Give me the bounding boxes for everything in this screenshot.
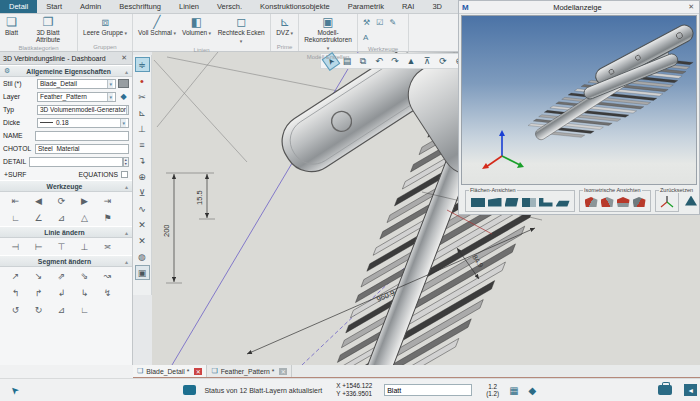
join-bottom-icon[interactable]: ⊥ — [73, 239, 96, 254]
equations-checkbox[interactable] — [121, 171, 128, 178]
join-top-icon[interactable]: ⊤ — [50, 239, 73, 254]
tab-detail[interactable]: Detail — [0, 0, 37, 13]
curve-tool-icon[interactable]: ∿ — [135, 201, 150, 216]
stretch-icon[interactable]: ≍ — [96, 239, 119, 254]
tool-a-button[interactable]: ⚒ — [361, 15, 372, 30]
seg-corner1-icon[interactable]: ↰ — [4, 285, 27, 300]
close-icon[interactable]: ✕ — [686, 3, 696, 11]
list-tool-icon[interactable]: ≡ — [135, 137, 150, 152]
tab-parametrik[interactable]: Parametrik — [339, 0, 393, 13]
cursor-mode-icon[interactable]: ➤ — [7, 383, 21, 397]
leere-gruppe-button[interactable]: ⧈Leere Gruppe — [81, 15, 129, 38]
delta-dim-icon[interactable]: △ — [73, 210, 96, 225]
tab-konstruktionsobjekte[interactable]: Konstruktionsobjekte — [251, 0, 339, 13]
dvz-button[interactable]: ⊾DVZ — [274, 15, 295, 38]
seg-corner4-icon[interactable]: ↳ — [73, 285, 96, 300]
seg-rotate-ccw-icon[interactable]: ↺ — [4, 302, 27, 317]
workspace-lock-icon[interactable] — [658, 385, 672, 395]
circle-center-tool-icon[interactable]: ⊕ — [135, 169, 150, 184]
face-view-front-button[interactable] — [471, 198, 485, 207]
seg-slope-icon[interactable]: ⊿ — [50, 302, 73, 317]
tab-3d[interactable]: 3D — [423, 0, 451, 13]
modell-rekonstruktoren-button[interactable]: ▣Modell-Rekonstruktoren — [302, 15, 354, 53]
section-linie-aendern[interactable]: Linie ändern▴ — [0, 226, 132, 238]
face-view-right-button[interactable] — [522, 198, 536, 207]
tab-linien[interactable]: Linien — [170, 0, 208, 13]
seg-rotate-cw-icon[interactable]: ↻ — [27, 302, 50, 317]
view-up-icon[interactable]: ▲ — [404, 55, 418, 68]
trim-left-icon[interactable]: ⊣ — [4, 239, 27, 254]
extra-view-button[interactable] — [685, 196, 697, 206]
flag-point-icon[interactable]: ⚑ — [96, 210, 119, 225]
close-tab-icon[interactable]: ✕ — [194, 368, 202, 375]
tool-d-button[interactable]: A — [361, 30, 370, 45]
voll-schmal-button[interactable]: ╱Voll Schmal — [136, 15, 178, 38]
camera-tool-icon[interactable]: ▣ — [135, 265, 150, 280]
style-color-swatch[interactable] — [118, 79, 129, 88]
tab-beschriftung[interactable]: Beschriftung — [110, 0, 170, 13]
layer-select[interactable]: Feather_Pattern▾ — [37, 92, 116, 102]
tab-rai[interactable]: RAI — [393, 0, 424, 13]
sheet-name-field[interactable] — [384, 384, 472, 396]
delete-tool-icon[interactable]: ✕ — [135, 217, 150, 232]
model-mode-icon[interactable]: ◆ — [529, 385, 537, 396]
erase-tool-icon[interactable]: ✕ — [135, 233, 150, 248]
perpendicular-tool-icon[interactable]: ⊥ — [135, 121, 150, 136]
go-first-icon[interactable]: ⇤ — [4, 193, 27, 208]
dimension-tool-icon[interactable]: ≑ — [135, 57, 150, 72]
typ-select[interactable]: 3D Volumenmodell-Generator▾ — [37, 105, 129, 115]
angle-icon[interactable]: ∠ — [27, 210, 50, 225]
section-general-properties[interactable]: ⚙ Allgemeine Eigenschaften ▴ — [0, 65, 132, 77]
seg-up-icon[interactable]: ↗ — [4, 268, 27, 283]
iso-view-4-button[interactable] — [633, 197, 646, 207]
blatt-button[interactable]: ❏Blatt — [3, 15, 20, 37]
face-view-bottom-button[interactable] — [556, 198, 570, 207]
seg-corner2-icon[interactable]: ↱ — [27, 285, 50, 300]
volumen-button[interactable]: ◧Volumen — [180, 15, 213, 38]
dicke-select[interactable]: 0.18▾ — [37, 118, 129, 128]
iso-view-2-button[interactable] — [601, 197, 614, 207]
undo-icon[interactable]: ↶ — [372, 55, 386, 68]
face-view-back-button[interactable] — [488, 198, 502, 207]
redo-icon[interactable]: ↷ — [388, 55, 402, 68]
layer-icon[interactable]: ◆ — [118, 92, 129, 101]
rechteck-ecken-button[interactable]: ◻Rechteck Ecken — [215, 15, 267, 46]
seg-down2-icon[interactable]: ⇘ — [73, 268, 96, 283]
seg-curve-icon[interactable]: ↝ — [96, 268, 119, 283]
seg-right-angle-icon[interactable]: ∟ — [73, 302, 96, 317]
tool-c-button[interactable]: ✎ — [387, 15, 398, 30]
triangle-edge-icon[interactable]: ⊿ — [50, 210, 73, 225]
scissors-tool-icon[interactable]: ✂ — [135, 89, 150, 104]
collapse-panel-icon[interactable]: ◄ — [684, 384, 697, 396]
chotol-input[interactable] — [35, 144, 129, 154]
go-next-icon[interactable]: ▶ — [73, 193, 96, 208]
seg-down-icon[interactable]: ↘ — [27, 268, 50, 283]
model-3d-view[interactable] — [461, 15, 697, 185]
tab-feather-pattern[interactable]: ❏ Feather_Pattern * ✕ — [207, 365, 292, 377]
close-tab-icon[interactable]: ✕ — [279, 368, 287, 375]
detail-input[interactable] — [29, 157, 123, 167]
name-input[interactable] — [35, 131, 129, 141]
trim-right-icon[interactable]: ⊢ — [27, 239, 50, 254]
section-segment-aendern[interactable]: Segment ändern▴ — [0, 255, 132, 267]
globe-tool-icon[interactable]: ◍ — [135, 249, 150, 264]
seg-up2-icon[interactable]: ⇗ — [50, 268, 73, 283]
rotate-view-icon[interactable]: ⟳ — [436, 55, 450, 68]
iso-view-3-button[interactable] — [617, 197, 630, 207]
go-last-icon[interactable]: ⇥ — [96, 193, 119, 208]
3d-blatt-attribute-button[interactable]: ❐3D Blatt Attribute — [22, 15, 74, 44]
stil-select[interactable]: Blade_Detail▾ — [37, 79, 116, 89]
offset-tool-icon[interactable]: ⊻ — [135, 185, 150, 200]
view-top-icon[interactable]: ⊼ — [420, 55, 434, 68]
grid-toggle-icon[interactable]: ▦ — [509, 385, 518, 396]
corner-icon[interactable]: ∟ — [4, 210, 27, 225]
reset-view-button[interactable] — [659, 195, 675, 209]
face-view-left-button[interactable] — [505, 198, 519, 207]
tab-versch[interactable]: Versch. — [208, 0, 251, 13]
go-prev-icon[interactable]: ◀ — [27, 193, 50, 208]
tab-start[interactable]: Start — [37, 0, 71, 13]
section-werkzeuge[interactable]: Werkzeuge▴ — [0, 180, 132, 192]
tool-b-button[interactable]: ☑ — [374, 15, 385, 30]
refresh-icon[interactable]: ⟳ — [50, 193, 73, 208]
save-all-icon[interactable]: ⧉ — [356, 55, 370, 68]
